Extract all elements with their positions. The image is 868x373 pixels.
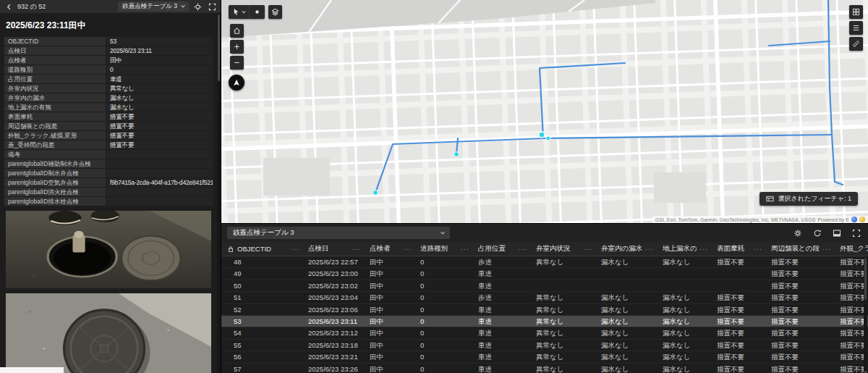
photo-open-manhole-graphic	[6, 211, 211, 288]
column-label: 地上漏水の有無	[663, 244, 697, 253]
attribute-label: 表面摩耗	[4, 112, 106, 121]
attribute-row: 点検者 田中	[4, 56, 213, 64]
column-menu-button[interactable]: ···	[753, 246, 763, 253]
column-header-objectid[interactable]: OBJECTID ···	[221, 242, 302, 256]
column-menu-button[interactable]: ···	[352, 246, 362, 253]
zoom-in-button[interactable]	[230, 40, 244, 54]
column-menu-button[interactable]: ···	[699, 246, 709, 253]
partner-logo-icon	[859, 217, 865, 222]
feature-point[interactable]	[454, 152, 459, 157]
table-row[interactable]: 52 2025/6/23 23:06 田中 0 車道 異常なし 漏水なし 漏水な…	[221, 304, 868, 316]
table-row[interactable]: 51 2025/6/23 23:04 田中 0 歩道 異常なし 漏水なし 漏水な…	[221, 292, 868, 303]
cell: 措置不要	[765, 340, 834, 351]
column-menu-button[interactable]: ···	[402, 246, 412, 253]
map-left-controls	[229, 24, 244, 91]
feature-point-selected[interactable]	[539, 132, 545, 138]
cell: 異常なし	[530, 351, 595, 362]
cell: 異常なし	[530, 327, 595, 338]
table-row[interactable]: 55 2025/6/23 23:18 田中 0 車道 異常なし 漏水なし 漏水な…	[221, 340, 868, 351]
left-panel-bottom-strip	[0, 367, 64, 373]
legend-button[interactable]	[849, 21, 863, 35]
expand-panel-button[interactable]	[206, 1, 218, 12]
column-label: 点検日	[308, 244, 329, 253]
cell: 措置不要	[711, 364, 765, 373]
right-area: 選択されたフィーチャ: 1 GSI, Esri, TomTom, Garmin,…	[221, 0, 868, 373]
column-header[interactable]: 地上漏水の有無···	[657, 242, 711, 256]
table-refresh-button[interactable]	[812, 227, 823, 239]
cell: 田中	[364, 340, 414, 351]
column-menu-button[interactable]: ···	[644, 246, 655, 253]
cell: 車道	[472, 268, 530, 279]
map-view[interactable]: 選択されたフィーチャ: 1 GSI, Esri, TomTom, Garmin,…	[221, 0, 868, 223]
cell: 2025/6/23 23:21	[302, 351, 364, 362]
table-row[interactable]: 56 2025/6/23 23:21 田中 0 車道 異常なし 漏水なし 漏水な…	[221, 351, 868, 363]
left-panel-scrollbar[interactable]	[217, 13, 221, 373]
column-header[interactable]: 表面摩耗···	[711, 242, 765, 256]
point-tool-button[interactable]	[249, 5, 265, 19]
cell: 0	[414, 280, 472, 291]
attribute-value	[106, 188, 213, 196]
locate-button[interactable]	[229, 75, 244, 91]
column-menu-button[interactable]: ···	[518, 246, 528, 253]
scrollbar-thumb[interactable]	[218, 14, 220, 81]
column-header[interactable]: 点検者···	[364, 242, 414, 256]
table-selector-dropdown[interactable]: 鉄蓋点検テーブル 3	[118, 1, 189, 12]
map-canvas[interactable]	[221, 0, 868, 223]
table-row[interactable]: 48 2025/6/23 22:57 田中 0 歩道 異常なし 漏水なし 漏水な…	[221, 256, 868, 268]
zoom-to-feature-button[interactable]	[192, 1, 203, 12]
cell: 漏水なし	[595, 256, 657, 267]
cell: 漏水なし	[595, 364, 657, 373]
attachment-photo-open-manhole[interactable]	[6, 211, 211, 288]
cell: 0	[414, 268, 472, 279]
cell: 2025/6/23 22:57	[302, 256, 364, 267]
table-expand-button[interactable]	[851, 227, 862, 239]
measure-button[interactable]	[849, 37, 863, 51]
table-title-dropdown[interactable]: 鉄蓋点検テーブル 3	[227, 227, 450, 239]
basemap-button[interactable]	[849, 5, 863, 19]
back-button[interactable]	[3, 1, 14, 12]
selected-features-badge[interactable]: 選択されたフィーチャ: 1	[760, 192, 858, 206]
table-dock-button[interactable]	[831, 227, 843, 239]
attribute-row: 占用位置 車道	[4, 75, 213, 83]
zoom-out-button[interactable]	[230, 56, 244, 70]
column-header[interactable]: 外観_クラック,破損,変形···	[834, 242, 868, 256]
column-header[interactable]: 道路種別···	[414, 242, 472, 256]
attribute-value	[106, 150, 213, 159]
attribute-label: 点検者	[4, 56, 106, 64]
table-scrollbar[interactable]	[864, 257, 867, 372]
column-header[interactable]: 点検日···	[302, 242, 364, 256]
app-root: 932 の 52 鉄蓋点検テーブル 3 2025/6/23 23:11田中 OB…	[0, 0, 868, 373]
expand-icon	[208, 3, 216, 11]
table-row[interactable]: 57 2025/6/23 23:26 田中 0 車道 異常なし 漏水なし 漏水な…	[221, 364, 868, 373]
crosshair-icon	[194, 3, 202, 11]
table-row[interactable]: 49 2025/6/23 23:00 田中 0 車道 措置不要 措置不要	[221, 268, 868, 280]
table-row[interactable]: 53 2025/6/23 23:11 田中 0 車道 異常なし 漏水なし 漏水な…	[221, 316, 868, 327]
feature-point[interactable]	[373, 190, 378, 196]
cell	[530, 268, 595, 279]
column-header[interactable]: 占用位置···	[472, 242, 530, 256]
column-menu-button[interactable]: ···	[822, 246, 832, 253]
column-header[interactable]: 周辺舗装との段差···	[765, 242, 834, 256]
column-menu-button[interactable]: ···	[583, 246, 593, 253]
select-tool-button[interactable]	[229, 5, 249, 19]
table-row[interactable]: 50 2025/6/23 23:02 田中 0 車道 措置不要 措置不要	[221, 280, 868, 292]
cell: 措置不要	[765, 256, 834, 267]
table-settings-button[interactable]	[792, 227, 804, 239]
feature-point[interactable]	[546, 136, 550, 141]
attribute-value: 措置不要	[106, 122, 213, 130]
cell: 措置不要	[834, 327, 868, 338]
cell: 漏水なし	[657, 304, 711, 315]
column-menu-button[interactable]: ···	[460, 246, 470, 253]
attribute-label: parentglobalID補助制水弁点検	[4, 159, 106, 168]
column-menu-button[interactable]: ···	[290, 246, 300, 253]
attribute-value: f9b7415a-2cda-404f-a17b-d42e841f5213	[106, 178, 213, 187]
attachment-photo-manhole-cover[interactable]	[6, 293, 211, 373]
table-row[interactable]: 54 2025/6/23 23:12 田中 0 車道 異常なし 漏水なし 漏水な…	[221, 327, 868, 339]
measure-icon	[852, 40, 860, 48]
layers-button[interactable]	[268, 5, 282, 19]
column-header[interactable]: 弁室内の漏水···	[595, 242, 657, 256]
home-button[interactable]	[230, 24, 244, 38]
scrollbar-thumb[interactable]	[864, 258, 867, 300]
column-header[interactable]: 弁室内状況···	[530, 242, 595, 256]
attribute-value: 漏水なし	[106, 103, 213, 112]
